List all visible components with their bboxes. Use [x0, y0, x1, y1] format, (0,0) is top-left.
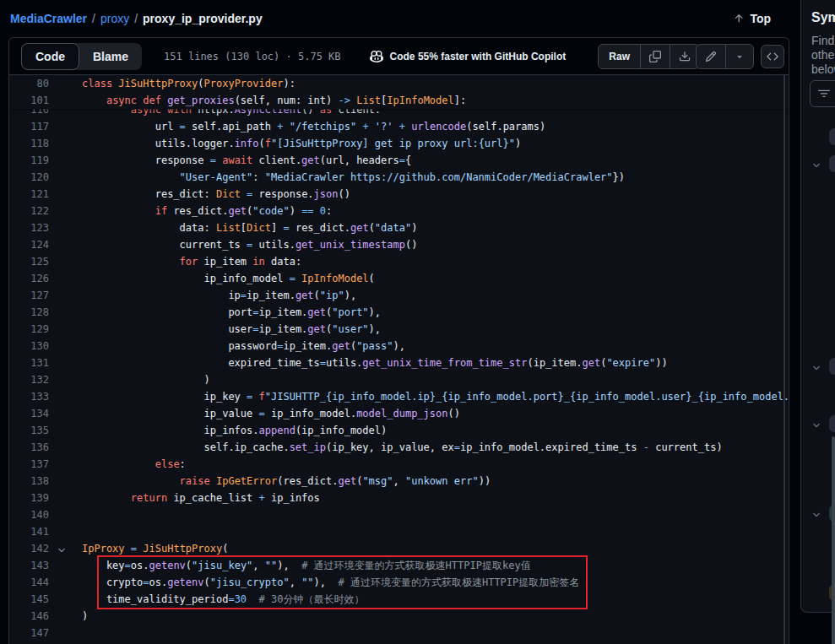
- code-line: 122 if res_dict.get("code") == 0:: [9, 203, 789, 219]
- breadcrumb-folder-link[interactable]: proxy: [100, 12, 129, 25]
- symbols-panel-description: below: [811, 62, 835, 76]
- symbol-item[interactable]: [829, 358, 835, 375]
- top-button-label: Top: [750, 12, 771, 25]
- line-number[interactable]: 127: [9, 290, 49, 301]
- raw-button[interactable]: Raw: [599, 45, 640, 68]
- line-number[interactable]: 131: [9, 357, 49, 369]
- line-number[interactable]: 122: [9, 205, 49, 217]
- line-number[interactable]: 141: [9, 526, 49, 538]
- copy-icon: [649, 51, 661, 62]
- line-number[interactable]: 119: [9, 154, 49, 166]
- code-text: ): [49, 610, 88, 622]
- code-text: ): [49, 374, 210, 386]
- symbol-item[interactable]: [829, 155, 835, 172]
- line-number[interactable]: 117: [9, 121, 49, 133]
- code-text: raise IpGetError(res_dict.get("msg", "un…: [49, 475, 491, 487]
- chevron-down-icon[interactable]: [811, 159, 821, 169]
- line-number[interactable]: 135: [9, 425, 49, 436]
- chevron-down-icon[interactable]: [811, 361, 821, 371]
- raw-actions-group: Raw: [598, 44, 700, 69]
- chevron-down-icon[interactable]: [811, 508, 821, 518]
- pencil-icon: [705, 51, 717, 62]
- code-content: 116 async with httpx.AsyncClient() as cl…: [9, 75, 789, 644]
- code-line: 128 port=ip_item.get("port"),: [9, 304, 789, 321]
- line-number[interactable]: 142: [9, 543, 49, 555]
- symbol-item[interactable]: [829, 128, 835, 145]
- code-text: "User-Agent": "MediaCrawler https://gith…: [49, 171, 625, 183]
- line-number[interactable]: 138: [9, 475, 49, 487]
- page-scrollbar[interactable]: [832, 436, 835, 644]
- code-line: 131 expired_time_ts=utils.get_unix_time_…: [9, 354, 789, 371]
- code-line: 135 ip_infos.append(ip_info_model): [9, 422, 789, 439]
- copilot-banner[interactable]: Code 55% faster with GitHub Copilot: [370, 50, 567, 63]
- edit-button[interactable]: [697, 45, 725, 68]
- code-line: 145 time_validity_period=30 # 30分钟（最长时效）: [9, 591, 789, 608]
- chevron-down-icon[interactable]: [811, 419, 821, 429]
- line-number[interactable]: 121: [9, 188, 49, 200]
- tab-code[interactable]: Code: [21, 43, 79, 70]
- line-number[interactable]: 145: [9, 593, 49, 605]
- symbol-item[interactable]: [829, 415, 835, 432]
- line-number[interactable]: 80: [9, 78, 49, 89]
- line-number[interactable]: 123: [9, 222, 49, 234]
- line-number[interactable]: 101: [9, 95, 49, 106]
- code-line: 101 async def get_proxies(self, num: int…: [9, 92, 789, 109]
- line-number[interactable]: 120: [9, 171, 49, 183]
- copy-button[interactable]: [640, 45, 670, 68]
- line-number[interactable]: 126: [9, 273, 49, 284]
- code-line: 124 current_ts = utils.get_unix_timestam…: [9, 236, 789, 253]
- line-number[interactable]: 147: [9, 627, 49, 639]
- line-number[interactable]: 144: [9, 576, 49, 588]
- tab-blame[interactable]: Blame: [79, 43, 142, 70]
- code-text: ip=ip_item.get("ip"),: [49, 290, 356, 301]
- line-number[interactable]: 130: [9, 340, 49, 352]
- copilot-icon: [370, 50, 383, 63]
- triangle-down-icon: [735, 51, 745, 62]
- line-number[interactable]: 129: [9, 323, 49, 335]
- symbols-sidebar: Sym Find other below: [790, 0, 835, 644]
- line-number[interactable]: 124: [9, 239, 49, 251]
- line-number[interactable]: 140: [9, 509, 49, 521]
- breadcrumb-file-name: proxy_ip_provider.py: [143, 12, 263, 25]
- breadcrumb-repo-link[interactable]: MediaCrawler: [10, 12, 87, 25]
- code-text: current_ts = utils.get_unix_timestamp(): [49, 239, 417, 251]
- code-line: 117 url = self.api_path + "/fetchips" + …: [9, 118, 789, 135]
- code-text: class JiSuHttpProxy(ProxyProvider):: [49, 78, 296, 89]
- code-scrollbar[interactable]: [783, 75, 785, 644]
- scroll-to-top-button[interactable]: Top: [733, 12, 771, 25]
- symbols-filter-input[interactable]: [810, 80, 835, 107]
- line-number[interactable]: 128: [9, 306, 49, 318]
- line-number[interactable]: 132: [9, 374, 49, 386]
- breadcrumb-separator: /: [92, 12, 95, 25]
- sticky-context-lines: 80class JiSuHttpProxy(ProxyProvider):101…: [9, 75, 789, 109]
- code-line: 140: [9, 506, 789, 523]
- line-number[interactable]: 133: [9, 391, 49, 403]
- line-number[interactable]: 136: [9, 441, 49, 453]
- edit-dropdown-button[interactable]: [725, 45, 753, 68]
- code-text: utils.logger.info(f"[JiSuHttpProxy] get …: [49, 138, 521, 149]
- download-button[interactable]: [670, 45, 699, 68]
- code-text: response = await client.get(url, headers…: [49, 154, 411, 166]
- file-meta-info: 151 lines (130 loc) · 5.75 KB: [164, 51, 341, 62]
- filter-icon: [818, 88, 830, 100]
- code-text: user=ip_item.get("user"),: [49, 323, 381, 335]
- line-number[interactable]: 125: [9, 256, 49, 268]
- code-text: crypto=os.getenv("jisu_crypto", ""), # 通…: [49, 576, 579, 590]
- code-line: 144 crypto=os.getenv("jisu_crypto", ""),…: [9, 574, 789, 591]
- symbols-panel-toggle-button[interactable]: [761, 45, 784, 68]
- file-toolbar: Code Blame 151 lines (130 loc) · 5.75 KB…: [9, 38, 789, 75]
- code-line: 118 utils.logger.info(f"[JiSuHttpProxy] …: [9, 135, 789, 152]
- line-number[interactable]: 146: [9, 610, 49, 622]
- code-text: ip_infos.append(ip_info_model): [49, 425, 387, 436]
- code-line: 136 self.ip_cache.set_ip(ip_key, ip_valu…: [9, 439, 789, 456]
- line-number[interactable]: 143: [9, 560, 49, 571]
- line-number[interactable]: 134: [9, 408, 49, 419]
- code-text: return ip_cache_list + ip_infos: [49, 492, 320, 504]
- fold-toggle-icon[interactable]: [57, 544, 67, 554]
- code-icon: [767, 51, 778, 62]
- line-number[interactable]: 139: [9, 492, 49, 504]
- line-number[interactable]: 118: [9, 138, 49, 149]
- line-number[interactable]: 137: [9, 458, 49, 470]
- breadcrumb: MediaCrawler / proxy / proxy_ip_provider…: [0, 0, 789, 37]
- code-blame-switch: Code Blame: [21, 43, 142, 70]
